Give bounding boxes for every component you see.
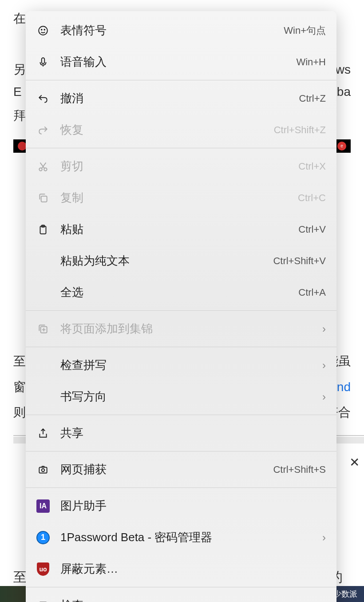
menu-item-writing-direction[interactable]: 书写方向 › [26, 381, 336, 412]
menu-item-paste[interactable]: 粘贴 Ctrl+V [26, 214, 336, 245]
menu-shortcut: Win+句点 [284, 24, 326, 37]
chevron-right-icon: › [322, 359, 326, 372]
menu-item-redo: 恢复 Ctrl+Shift+Z [26, 114, 336, 146]
redo-icon [36, 123, 50, 137]
menu-shortcut: Ctrl+A [298, 287, 326, 298]
blank-icon [36, 254, 50, 268]
menu-item-voice[interactable]: 语音输入 Win+H [26, 46, 336, 78]
menu-item-undo[interactable]: 撤消 Ctrl+Z [26, 83, 336, 114]
menu-label: 图片助手 [60, 498, 326, 514]
svg-point-0 [39, 26, 47, 35]
svg-rect-10 [39, 467, 47, 473]
menu-label: 剪切 [60, 158, 298, 174]
cut-icon [36, 160, 50, 173]
menu-item-paste-plain[interactable]: 粘贴为纯文本 Ctrl+Shift+V [26, 245, 336, 277]
menu-shortcut: Ctrl+V [298, 224, 326, 235]
menu-item-web-capture[interactable]: 网页捕获 Ctrl+Shift+S [26, 454, 336, 485]
menu-label: 表情符号 [60, 23, 284, 38]
menu-shortcut: Ctrl+C [298, 192, 326, 204]
menu-shortcut: Win+H [296, 56, 326, 68]
extension-1password-icon: 1 [36, 531, 50, 544]
menu-item-cut: 剪切 Ctrl+X [26, 150, 336, 182]
inspect-icon [36, 599, 50, 602]
close-icon[interactable]: ✕ [349, 455, 360, 470]
undo-icon [36, 92, 50, 105]
copy-icon [36, 191, 50, 205]
menu-divider [26, 347, 336, 347]
menu-label: 撤消 [60, 91, 299, 106]
menu-item-collections: 将页面添加到集锦 › [26, 313, 336, 345]
menu-label: 全选 [60, 285, 298, 300]
paste-icon [36, 223, 50, 236]
menu-item-image-assistant[interactable]: IA 图片助手 [26, 490, 336, 522]
blank-icon [36, 359, 50, 372]
menu-shortcut: Ctrl+Shift+Z [274, 124, 326, 136]
menu-divider [26, 587, 336, 587]
menu-label: 共享 [60, 425, 326, 441]
context-menu: 表情符号 Win+句点 语音输入 Win+H 撤消 Ctrl+Z 恢复 Ctrl… [26, 11, 336, 602]
menu-item-inspect[interactable]: 检查 [26, 590, 336, 602]
menu-label: 语音输入 [60, 54, 296, 70]
menu-item-select-all[interactable]: 全选 Ctrl+A [26, 277, 336, 308]
menu-label: 复制 [60, 190, 298, 206]
menu-item-1password[interactable]: 1 1Password Beta - 密码管理器 › [26, 522, 336, 553]
menu-label: 1Password Beta - 密码管理器 [60, 530, 322, 545]
menu-divider [26, 415, 336, 415]
chevron-right-icon: › [322, 531, 326, 544]
menu-shortcut: Ctrl+X [298, 161, 326, 172]
menu-label: 粘贴为纯文本 [60, 253, 273, 269]
menu-item-ublock[interactable]: uo 屏蔽元素… [26, 553, 336, 585]
menu-label: 恢复 [60, 122, 274, 138]
menu-divider [26, 451, 336, 452]
menu-divider [26, 487, 336, 488]
menu-divider [26, 310, 336, 311]
svg-point-2 [44, 29, 45, 30]
menu-label: 检查 [60, 598, 326, 602]
menu-label: 屏蔽元素… [60, 561, 326, 577]
svg-point-11 [42, 468, 45, 471]
bg-text: E [13, 82, 22, 102]
menu-item-emoji[interactable]: 表情符号 Win+句点 [26, 15, 336, 46]
svg-rect-3 [42, 58, 45, 63]
menu-shortcut: Ctrl+Z [299, 93, 326, 104]
menu-label: 网页捕获 [60, 462, 273, 477]
extension-ublock-icon: uo [36, 562, 50, 576]
emoji-icon [36, 24, 50, 37]
capture-icon [36, 463, 50, 476]
menu-shortcut: Ctrl+Shift+S [273, 464, 326, 475]
menu-item-share[interactable]: 共享 [26, 417, 336, 449]
mic-icon [36, 55, 50, 69]
collections-icon [36, 322, 50, 336]
menu-item-copy: 复制 Ctrl+C [26, 182, 336, 214]
share-icon [36, 427, 50, 440]
blank-icon [36, 286, 50, 299]
menu-label: 书写方向 [60, 389, 322, 404]
menu-label: 检查拼写 [60, 357, 322, 373]
chevron-right-icon: › [322, 323, 326, 335]
menu-label: 将页面添加到集锦 [60, 321, 322, 337]
menu-shortcut: Ctrl+Shift+V [273, 255, 326, 267]
menu-divider [26, 80, 336, 80]
svg-rect-6 [41, 196, 47, 202]
menu-label: 粘贴 [60, 222, 298, 237]
blank-icon [36, 390, 50, 404]
svg-point-1 [41, 29, 42, 30]
menu-divider [26, 148, 336, 148]
bg-text: 另 [13, 60, 26, 80]
chevron-right-icon: › [322, 391, 326, 403]
menu-item-spellcheck[interactable]: 检查拼写 › [26, 349, 336, 381]
extension-ia-icon: IA [36, 499, 50, 513]
